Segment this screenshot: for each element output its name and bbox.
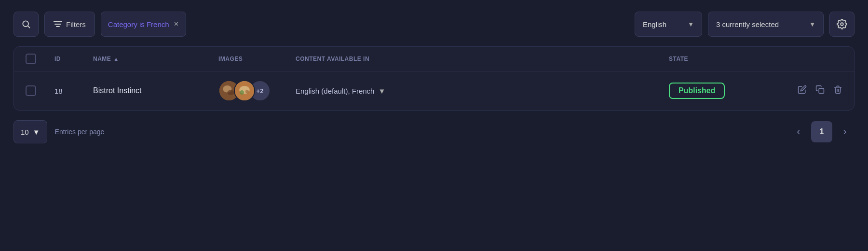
toolbar: Filters Category is French × English ▼ 3… — [14, 12, 854, 37]
row-content-text: English (default), French — [296, 87, 374, 95]
svg-line-1 — [28, 26, 30, 28]
per-page-caret: ▼ — [33, 128, 40, 136]
header-checkbox[interactable] — [26, 54, 36, 64]
gear-icon — [837, 19, 847, 29]
next-page-button[interactable]: › — [835, 122, 854, 141]
table-row: 18 Bistrot Instinct — [14, 71, 854, 110]
selected-dropdown[interactable]: 3 currently selected ▼ — [708, 12, 824, 37]
search-icon — [21, 19, 31, 29]
row-id: 18 — [54, 87, 93, 95]
th-checkbox — [26, 54, 54, 64]
pagination-bar: 10 ▼ Entries per page ‹ 1 › — [14, 120, 854, 143]
data-table: ID NAME ▲ IMAGES CONTENT AVAILABLE IN ST… — [14, 46, 854, 111]
th-content: CONTENT AVAILABLE IN — [296, 56, 669, 62]
food-image-2 — [234, 80, 255, 101]
svg-rect-13 — [819, 88, 824, 93]
delete-button[interactable] — [833, 85, 842, 97]
th-state: STATE — [669, 56, 785, 62]
per-page-value: 10 — [21, 128, 29, 136]
th-name[interactable]: NAME ▲ — [93, 56, 218, 62]
row-name: Bistrot Instinct — [93, 86, 218, 95]
row-checkbox[interactable] — [26, 85, 36, 96]
image-stack: +2 — [218, 80, 271, 101]
entries-label: Entries per page — [55, 128, 105, 136]
row-checkbox-cell — [26, 85, 54, 96]
row-images-cell: +2 — [218, 80, 296, 101]
language-value: English — [643, 20, 666, 28]
filter-chip-label: Category is French — [108, 20, 169, 28]
selected-caret: ▼ — [809, 21, 815, 28]
filters-button[interactable]: Filters — [44, 12, 95, 37]
content-caret[interactable]: ▼ — [378, 87, 385, 95]
sort-icon: ▲ — [113, 56, 119, 62]
th-id: ID — [54, 56, 93, 62]
filters-label: Filters — [66, 20, 86, 28]
edit-button[interactable] — [798, 85, 807, 97]
language-caret: ▼ — [688, 21, 694, 28]
duplicate-button[interactable] — [815, 85, 825, 97]
language-dropdown[interactable]: English ▼ — [635, 12, 702, 37]
svg-point-12 — [245, 90, 249, 93]
page-navigation: ‹ 1 › — [789, 121, 854, 142]
category-filter-chip[interactable]: Category is French × — [101, 12, 186, 37]
current-page: 1 — [811, 121, 832, 142]
svg-point-11 — [240, 90, 244, 95]
row-actions-cell — [785, 85, 842, 97]
filter-icon — [54, 21, 62, 28]
th-images: IMAGES — [218, 56, 296, 62]
per-page-dropdown[interactable]: 10 ▼ — [14, 120, 47, 143]
settings-button[interactable] — [829, 12, 854, 37]
table-header: ID NAME ▲ IMAGES CONTENT AVAILABLE IN ST… — [14, 47, 854, 71]
state-badge: Published — [669, 83, 725, 99]
prev-page-button[interactable]: ‹ — [789, 122, 808, 141]
search-button[interactable] — [14, 12, 39, 37]
row-content-cell: English (default), French ▼ — [296, 87, 669, 95]
food-image-2-svg — [235, 81, 254, 100]
row-state-cell: Published — [669, 83, 785, 99]
svg-point-5 — [841, 23, 843, 26]
filter-chip-remove[interactable]: × — [174, 19, 179, 29]
selected-value: 3 currently selected — [716, 20, 779, 28]
svg-point-8 — [227, 90, 234, 95]
